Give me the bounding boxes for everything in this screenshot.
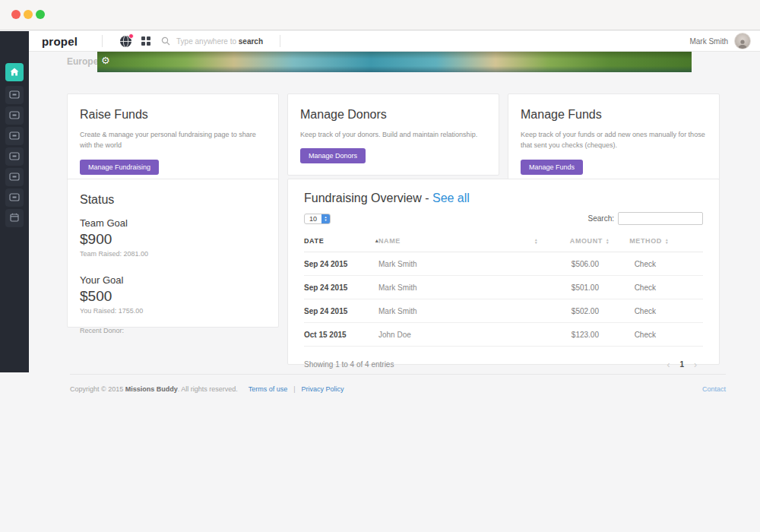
cell-amount: $123.00 xyxy=(543,331,609,339)
sidebar-item-4[interactable] xyxy=(5,127,24,145)
column-header-method[interactable]: METHOD▴▾ xyxy=(609,237,668,245)
header-divider xyxy=(102,35,103,47)
column-header-name[interactable]: NAME xyxy=(378,237,531,245)
fundraising-overview-card: Fundraising Overview - See all 10 ▲▼ Sea… xyxy=(287,179,720,365)
card-icon xyxy=(9,191,20,204)
sidebar-item-home[interactable] xyxy=(5,63,24,81)
search-icon xyxy=(161,36,170,46)
notification-badge xyxy=(128,33,134,39)
notifications-globe-button[interactable] xyxy=(119,35,132,48)
manage-funds-card: Manage Funds Keep track of your funds or… xyxy=(508,93,720,187)
manage-donors-button[interactable]: Manage Donors xyxy=(300,148,366,163)
global-search-input[interactable]: Type anywhere to search xyxy=(161,36,263,46)
cell-date: Sep 24 2015 xyxy=(304,307,378,315)
calendar-icon xyxy=(10,211,19,225)
privacy-policy-link[interactable]: Privacy Policy xyxy=(302,385,344,393)
recent-donor-label: Recent Donor: xyxy=(80,327,266,334)
raise-funds-card: Raise Funds Create & manage your persona… xyxy=(67,93,279,187)
cell-method: Check xyxy=(609,331,668,339)
sort-icon: ▴▾ xyxy=(535,238,537,244)
user-menu[interactable]: Mark Smith xyxy=(689,33,751,49)
terms-of-use-link[interactable]: Terms of use xyxy=(249,385,288,393)
manage-funds-button[interactable]: Manage Funds xyxy=(521,160,583,175)
app-logo[interactable]: propel xyxy=(42,35,78,48)
sort-icon: ▴▾ xyxy=(666,238,668,244)
your-goal-label: Your Goal xyxy=(80,274,266,286)
card-icon xyxy=(9,129,20,143)
status-card: Status Team Goal $900 Team Raised: 2081.… xyxy=(67,179,279,328)
cell-name: Mark Smith xyxy=(378,283,531,292)
pagination-prev-button[interactable]: ‹ xyxy=(660,359,676,370)
card-title: Raise Funds xyxy=(80,108,266,122)
status-title: Status xyxy=(80,193,266,207)
search-placeholder: Type anywhere to search xyxy=(176,37,263,46)
table-header-row: DATE▴ NAME ▴▾ AMOUNT▴▾ METHOD▴▾ xyxy=(304,234,703,252)
sidebar-item-3[interactable] xyxy=(5,106,24,125)
sidebar-item-2[interactable] xyxy=(5,86,24,104)
cover-settings-gear-icon[interactable]: ⚙︎ xyxy=(101,55,110,65)
select-stepper-icon: ▲▼ xyxy=(321,214,330,223)
card-description: Keep track of your funds or add new ones… xyxy=(521,129,707,151)
column-header-amount[interactable]: AMOUNT▴▾ xyxy=(543,237,609,245)
cell-name: Mark Smith xyxy=(378,260,531,268)
card-title: Manage Donors xyxy=(300,108,486,122)
footer-separator: | xyxy=(293,385,295,393)
zoom-window-button[interactable] xyxy=(36,10,45,19)
avatar[interactable] xyxy=(734,33,751,49)
table-row: Oct 15 2015 John Doe $123.00 Check xyxy=(304,323,703,347)
cell-date: Sep 24 2015 xyxy=(304,283,378,292)
table-search-input[interactable] xyxy=(618,212,703,225)
column-header-date[interactable]: DATE▴ xyxy=(304,237,378,245)
apps-grid-button[interactable] xyxy=(141,36,150,46)
card-icon xyxy=(9,150,20,163)
sidebar-item-6[interactable] xyxy=(5,168,24,186)
cell-amount: $502.00 xyxy=(543,307,609,315)
user-name: Mark Smith xyxy=(689,37,728,46)
sidebar-item-5[interactable] xyxy=(5,147,24,166)
copyright-text: Copyright © 2015 Missions Buddy. All rig… xyxy=(70,385,238,393)
cell-date: Sep 24 2015 xyxy=(304,260,378,268)
card-icon xyxy=(9,170,20,184)
team-goal-label: Team Goal xyxy=(80,217,266,229)
home-icon xyxy=(10,65,19,79)
table-summary: Showing 1 to 4 of 4 entries xyxy=(304,360,394,369)
card-description: Keep track of your donors. Build and mai… xyxy=(300,129,486,140)
app-header: propel Type anywhere to search Mark Smit… xyxy=(29,31,760,52)
pagination: ‹ 1 › xyxy=(660,359,703,370)
cell-method: Check xyxy=(609,283,668,292)
card-icon xyxy=(9,88,20,102)
window-titlebar xyxy=(0,0,760,30)
cell-name: John Doe xyxy=(378,331,531,339)
table-row: Sep 24 2015 Mark Smith $506.00 Check xyxy=(304,252,703,276)
sidebar-item-7[interactable] xyxy=(5,188,24,207)
card-title: Manage Funds xyxy=(521,108,707,122)
manage-fundraising-button[interactable]: Manage Fundraising xyxy=(80,160,159,175)
cell-method: Check xyxy=(609,307,668,315)
manage-donors-card: Manage Donors Keep track of your donors.… xyxy=(287,93,499,176)
pagination-page-1[interactable]: 1 xyxy=(676,359,688,370)
see-all-link[interactable]: See all xyxy=(432,192,470,204)
column-sort-name[interactable]: ▴▾ xyxy=(531,238,543,244)
page-size-select[interactable]: 10 ▲▼ xyxy=(304,214,331,224)
footer-divider xyxy=(70,374,726,375)
sidebar xyxy=(0,31,29,372)
card-icon xyxy=(9,109,20,122)
cell-name: Mark Smith xyxy=(378,307,531,315)
sidebar-item-calendar[interactable] xyxy=(5,209,24,227)
minimize-window-button[interactable] xyxy=(24,10,33,19)
table-row: Sep 24 2015 Mark Smith $502.00 Check xyxy=(304,299,703,323)
your-goal-value: $500 xyxy=(80,288,266,305)
cell-amount: $501.00 xyxy=(543,283,609,292)
table-search-label: Search: xyxy=(588,214,614,223)
page-size-value: 10 xyxy=(305,214,321,223)
table-row: Sep 24 2015 Mark Smith $501.00 Check xyxy=(304,276,703,299)
pagination-next-button[interactable]: › xyxy=(688,359,703,370)
close-window-button[interactable] xyxy=(11,10,21,19)
page-footer: Copyright © 2015 Missions Buddy. All rig… xyxy=(70,385,726,393)
region-label: Europe xyxy=(67,56,98,67)
card-description: Create & manage your personal fundraisin… xyxy=(80,129,266,151)
donations-table: DATE▴ NAME ▴▾ AMOUNT▴▾ METHOD▴▾ Sep 24 2… xyxy=(304,234,703,370)
contact-link[interactable]: Contact xyxy=(702,385,726,393)
team-raised: Team Raised: 2081.00 xyxy=(80,250,266,258)
cell-date: Oct 15 2015 xyxy=(304,331,378,339)
